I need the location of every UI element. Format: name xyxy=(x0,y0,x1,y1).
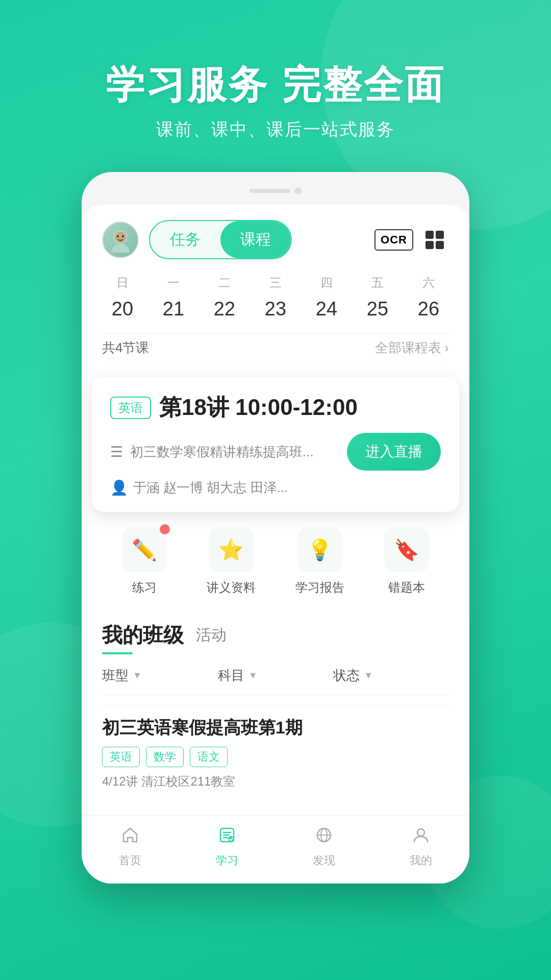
svg-point-10 xyxy=(417,829,424,836)
filter-class-type[interactable]: 班型 ▼ xyxy=(102,667,218,684)
calendar-section: 日 一 二 三 四 五 六 20 21 22 23 24 xyxy=(82,270,469,377)
weekday-fri: 五 xyxy=(357,275,398,291)
svg-point-3 xyxy=(117,235,119,237)
subject-tag: 英语 xyxy=(110,397,151,419)
course-info-left: ☰ 初三数学寒假精讲精练提高班... xyxy=(110,443,314,461)
top-bar: 任务 课程 OCR xyxy=(82,205,469,270)
tab-task[interactable]: 任务 xyxy=(150,221,220,258)
course-info-row: ☰ 初三数学寒假精讲精练提高班... 进入直播 xyxy=(110,433,441,471)
tab-toggle: 任务 课程 xyxy=(149,220,292,259)
course-count: 共4节课 xyxy=(102,339,149,357)
date-24[interactable]: 24 xyxy=(306,298,347,325)
hero-subtitle: 课前、课中、课后一站式服务 xyxy=(0,118,551,141)
class-tag-chinese: 语文 xyxy=(190,747,228,767)
filter-status[interactable]: 状态 ▼ xyxy=(333,667,449,684)
nav-profile-label: 我的 xyxy=(410,853,432,868)
nav-discover-label: 发现 xyxy=(313,853,335,868)
mistakes-label: 错题本 xyxy=(388,579,425,596)
class-meta: 4/12讲 清江校区211教室 xyxy=(102,773,449,790)
course-card: 英语 第18讲 10:00-12:00 ☰ 初三数学寒假精讲精练提高班... 进… xyxy=(92,377,459,512)
date-23[interactable]: 23 xyxy=(255,298,296,325)
course-title: 第18讲 10:00-12:00 xyxy=(159,393,358,423)
svg-point-1 xyxy=(111,243,130,253)
action-report[interactable]: 💡 学习报告 xyxy=(295,527,344,596)
chevron-right-icon: › xyxy=(444,340,449,356)
top-icons: OCR xyxy=(380,226,449,254)
filter-subject[interactable]: 科目 ▼ xyxy=(218,667,334,684)
date-active: 22 xyxy=(204,298,245,320)
course-name: 初三数学寒假精讲精练提高班... xyxy=(130,443,314,461)
phone-mockup: 任务 课程 OCR xyxy=(82,172,469,884)
filter-subject-label: 科目 xyxy=(218,667,244,684)
class-tags: 英语 数学 语文 xyxy=(102,747,449,767)
course-count-row: 共4节课 全部课程表 › xyxy=(102,333,449,367)
class-name: 初三英语寒假提高班第1期 xyxy=(102,716,449,740)
weekday-wed: 三 xyxy=(255,275,296,291)
course-teachers: 👤 于涵 赵一博 胡大志 田泽... xyxy=(110,479,441,497)
section-tab[interactable]: 活动 xyxy=(196,625,227,646)
grid-icon xyxy=(425,231,444,249)
weekday-tue: 二 xyxy=(204,275,245,291)
report-icon: 💡 xyxy=(297,527,342,572)
profile-icon xyxy=(412,826,430,849)
teachers-icon: 👤 xyxy=(110,479,128,496)
action-materials[interactable]: ⭐ 讲义资料 xyxy=(207,527,256,596)
exercise-label: 练习 xyxy=(132,579,157,596)
class-card[interactable]: 初三英语寒假提高班第1期 英语 数学 语文 4/12讲 清江校区211教室 xyxy=(102,705,449,800)
nav-study[interactable]: 学习 xyxy=(179,826,276,868)
discover-icon xyxy=(315,826,333,849)
nav-home[interactable]: 首页 xyxy=(82,826,179,868)
filter-subject-arrow: ▼ xyxy=(248,670,258,681)
nav-discover[interactable]: 发现 xyxy=(276,826,372,868)
quick-actions: ✏️ 练习 ⭐ 讲义资料 💡 学习报告 xyxy=(82,512,469,606)
class-tag-math: 数学 xyxy=(146,747,184,767)
hero-title: 学习服务 完整全面 xyxy=(0,61,551,108)
nav-study-label: 学习 xyxy=(216,853,238,868)
filter-status-label: 状态 xyxy=(333,667,360,684)
phone-notch xyxy=(82,187,469,194)
date-20[interactable]: 20 xyxy=(102,298,143,325)
date-22[interactable]: 22 xyxy=(204,298,245,325)
section-underline xyxy=(102,652,133,654)
course-name-icon: ☰ xyxy=(110,444,123,460)
tab-course[interactable]: 课程 xyxy=(220,221,291,258)
weekday-mon: 一 xyxy=(153,275,194,291)
nav-profile[interactable]: 我的 xyxy=(372,826,469,868)
nav-home-label: 首页 xyxy=(119,853,141,868)
materials-label: 讲义资料 xyxy=(207,579,256,596)
course-header: 英语 第18讲 10:00-12:00 xyxy=(110,393,441,423)
app-content: 任务 课程 OCR xyxy=(82,205,469,884)
teachers-text: 于涵 赵一博 胡大志 田泽... xyxy=(133,479,288,497)
action-mistakes[interactable]: 🔖 错题本 xyxy=(384,527,429,596)
filter-class-type-label: 班型 xyxy=(102,667,129,684)
date-21[interactable]: 21 xyxy=(153,298,194,325)
filter-row: 班型 ▼ 科目 ▼ 状态 ▼ xyxy=(102,667,449,695)
grid-button[interactable] xyxy=(420,226,449,254)
date-26[interactable]: 26 xyxy=(408,298,449,325)
svg-point-6 xyxy=(228,836,234,842)
svg-point-2 xyxy=(115,232,126,243)
study-icon xyxy=(218,826,236,849)
section-title: 我的班级 xyxy=(102,621,184,649)
exercise-badge xyxy=(160,524,170,534)
avatar[interactable] xyxy=(102,222,139,258)
report-label: 学习报告 xyxy=(295,579,344,596)
week-days: 日 一 二 三 四 五 六 xyxy=(102,275,449,291)
weekday-sun: 日 xyxy=(102,275,143,291)
ocr-button[interactable]: OCR xyxy=(380,226,408,254)
my-class-section: 我的班级 活动 班型 ▼ 科目 ▼ 状态 ▼ xyxy=(82,606,469,815)
home-icon xyxy=(121,826,139,849)
exercise-icon: ✏️ xyxy=(122,527,167,572)
date-25[interactable]: 25 xyxy=(357,298,398,325)
class-tag-english: 英语 xyxy=(102,747,140,767)
enter-live-button[interactable]: 进入直播 xyxy=(347,433,441,471)
ocr-label: OCR xyxy=(374,229,413,251)
svg-point-4 xyxy=(122,235,124,237)
week-dates: 20 21 22 23 24 25 26 xyxy=(102,298,449,325)
all-schedule-link[interactable]: 全部课程表 › xyxy=(375,339,449,357)
filter-status-arrow: ▼ xyxy=(364,670,373,681)
bottom-nav: 首页 学习 xyxy=(82,815,469,884)
action-exercise[interactable]: ✏️ 练习 xyxy=(122,527,167,596)
weekday-thu: 四 xyxy=(306,275,347,291)
section-header: 我的班级 活动 xyxy=(102,621,449,649)
